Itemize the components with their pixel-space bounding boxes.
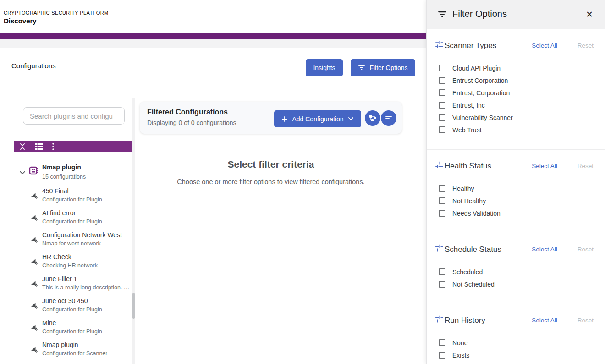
kebab-menu-icon[interactable] [52,143,54,150]
filter-section-links: Select AllReset [532,246,594,253]
chevron-down-icon[interactable] [20,168,25,176]
filter-panel: Filter Options ✕ Scanner TypesSelect All… [426,0,605,364]
tree-item[interactable]: June Filler 1This is a really long descr… [14,273,132,295]
tree-scrollbar-track[interactable] [132,98,135,364]
checkbox[interactable] [439,268,446,275]
tree-item[interactable]: MineConfiguration for Plugin [14,317,132,339]
filter-option-row: Not Scheduled [427,278,605,290]
filter-section-title: Scanner Types [445,41,496,50]
search-input[interactable] [23,107,125,125]
filter-option-row: Needs Validation [427,207,605,219]
tree-item[interactable]: Nmap pluginConfiguration for Scanner [14,339,132,361]
subheader-strip [0,39,426,48]
select-all-link[interactable]: Select All [532,42,557,49]
platform-label: CRYPTOGRAPHIC SECURITY PLATFORM [4,10,109,16]
select-all-link[interactable]: Select All [532,246,557,253]
filter-option-label: None [452,339,468,347]
filter-section-run-history: Run HistorySelect AllResetNoneExists [427,304,605,364]
filter-section-header: Run HistorySelect AllReset [427,315,605,326]
accent-bar [0,33,426,39]
tune-icon [435,161,444,171]
tree-item-subtitle: This is a really long description. T... [42,284,130,291]
checkbox[interactable] [439,339,446,346]
filter-section-links: Select AllReset [532,317,594,324]
list-view-icon[interactable] [35,143,43,150]
tree-scrollbar-thumb[interactable] [132,293,135,319]
tree-item-subtitle: Configuration for Scanner [42,350,107,357]
checkbox[interactable] [439,352,446,359]
reset-link[interactable]: Reset [578,42,594,49]
checkbox[interactable] [439,281,446,288]
tree-item[interactable]: HR CheckChecking HR network [14,251,132,273]
configuration-icon [30,213,38,223]
filter-option-row: None [427,337,605,349]
filter-option-row: Entrust Corporation [427,74,605,87]
tree-item-title: HR Check [42,253,72,261]
collapse-all-icon[interactable] [19,143,26,150]
filter-section-scanner-types: Scanner TypesSelect AllResetCloud API Pl… [427,29,605,150]
select-all-link[interactable]: Select All [532,317,557,324]
hierarchy-icon [369,114,376,122]
sort-button[interactable] [381,110,396,126]
plugin-chip-icon [29,166,39,178]
configuration-icon [30,279,38,288]
tree-item[interactable]: Configuration Network WestNmap for west … [14,229,132,251]
filter-section-title: Run History [445,316,485,325]
filter-option-row: Cloud API Plugin [427,62,605,74]
plugin-tree: Nmap plugin 15 configurations 450 FinalC… [14,158,132,361]
sort-icon [385,115,392,121]
add-configuration-button[interactable]: Add Configuration [274,110,361,127]
filter-option-row: Exists [427,349,605,361]
reset-link[interactable]: Reset [578,246,594,253]
hierarchy-view-button[interactable] [365,110,380,126]
filter-options-button[interactable]: Filter Options [351,59,415,76]
tree-item[interactable]: June oct 30 450Configuration for Plugin [14,295,132,317]
filter-section-title: Health Status [445,162,491,171]
checkbox[interactable] [439,114,446,121]
tree-item[interactable]: 450 FinalConfiguration for Plugin [14,185,132,207]
configuration-icon [30,257,38,266]
filter-option-row: Entrust, Inc [427,99,605,111]
app-header: CRYPTOGRAPHIC SECURITY PLATFORM Discover… [0,0,426,33]
page-title: Discovery [4,17,37,25]
filter-section-health-status: Health StatusSelect AllResetHealthyNot H… [427,150,605,233]
filter-option-label: Cloud API Plugin [452,65,500,72]
checkbox[interactable] [439,210,446,217]
filter-section-header: Scanner TypesSelect AllReset [427,40,605,51]
select-all-link[interactable]: Select All [532,163,557,169]
filter-section-links: Select AllReset [532,163,594,169]
filter-section-header: Health StatusSelect AllReset [427,161,605,171]
tree-item[interactable]: AI find errorConfiguration for Plugin [14,207,132,229]
filter-section-links: Select AllReset [532,42,594,49]
checkbox[interactable] [439,185,446,192]
filter-section-schedule-status: Schedule StatusSelect AllResetScheduledN… [427,233,605,304]
filter-option-label: Needs Validation [452,210,500,217]
filter-option-row: Web Trust [427,124,605,136]
close-icon[interactable]: ✕ [586,9,593,20]
filter-option-row: Entrust, Corporation [427,87,605,99]
filter-option-label: Entrust, Corporation [452,89,510,97]
tree-item-subtitle: Configuration for Plugin [42,218,102,225]
checkbox[interactable] [439,126,446,133]
checkbox[interactable] [439,77,446,84]
tree-item-subtitle: Configuration for Plugin [42,328,102,335]
tune-icon [435,244,444,255]
empty-state: Select filter criteria Choose one or mor… [140,159,402,185]
reset-link[interactable]: Reset [578,317,594,324]
tree-group-nmap-plugin[interactable]: Nmap plugin 15 configurations [14,161,132,185]
tree-item-subtitle: Checking HR network [42,262,98,269]
checkbox[interactable] [439,89,446,96]
tree-item-title: June oct 30 450 [42,297,88,304]
checkbox[interactable] [439,197,446,204]
checkbox[interactable] [439,102,446,109]
filter-panel-header: Filter Options ✕ [427,0,605,29]
filter-option-list: HealthyNot HealthyNeeds Validation [427,182,605,219]
filter-section-header: Schedule StatusSelect AllReset [427,244,605,255]
insights-button[interactable]: Insights [306,59,343,76]
reset-link[interactable]: Reset [578,163,594,169]
tree-toolbar [14,141,132,152]
empty-state-subtitle: Choose one or more filter options to vie… [140,178,402,185]
checkbox[interactable] [439,65,446,71]
tree-items: 450 FinalConfiguration for PluginAI find… [14,185,132,361]
configuration-icon [30,301,38,310]
